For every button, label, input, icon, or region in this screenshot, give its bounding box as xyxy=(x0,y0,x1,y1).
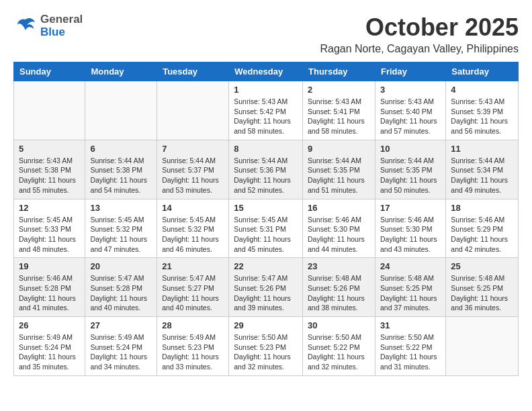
day-info: Sunrise: 5:50 AM Sunset: 5:22 PM Dayligh… xyxy=(380,332,441,372)
day-number: 28 xyxy=(162,320,224,330)
table-row xyxy=(446,317,519,376)
table-row: 27Sunrise: 5:49 AM Sunset: 5:24 PM Dayli… xyxy=(85,317,157,376)
day-info: Sunrise: 5:45 AM Sunset: 5:33 PM Dayligh… xyxy=(19,215,80,255)
day-number: 2 xyxy=(308,85,370,95)
col-monday: Monday xyxy=(85,62,157,81)
day-number: 15 xyxy=(234,203,298,213)
day-info: Sunrise: 5:45 AM Sunset: 5:32 PM Dayligh… xyxy=(162,215,224,255)
table-row: 9Sunrise: 5:44 AM Sunset: 5:35 PM Daylig… xyxy=(303,140,375,199)
col-sunday: Sunday xyxy=(14,62,85,81)
table-row: 1Sunrise: 5:43 AM Sunset: 5:42 PM Daylig… xyxy=(229,81,303,140)
table-row: 12Sunrise: 5:45 AM Sunset: 5:33 PM Dayli… xyxy=(14,199,85,258)
table-row: 5Sunrise: 5:43 AM Sunset: 5:38 PM Daylig… xyxy=(14,140,85,199)
table-row: 4Sunrise: 5:43 AM Sunset: 5:39 PM Daylig… xyxy=(446,81,519,140)
calendar-week-row: 26Sunrise: 5:49 AM Sunset: 5:24 PM Dayli… xyxy=(14,317,519,376)
col-wednesday: Wednesday xyxy=(229,62,303,81)
table-row: 3Sunrise: 5:43 AM Sunset: 5:40 PM Daylig… xyxy=(375,81,445,140)
day-number: 6 xyxy=(90,144,152,154)
calendar-table: Sunday Monday Tuesday Wednesday Thursday… xyxy=(13,62,519,376)
table-row: 15Sunrise: 5:45 AM Sunset: 5:31 PM Dayli… xyxy=(229,199,303,258)
page-header: General Blue October 2025 Ragan Norte, C… xyxy=(13,13,519,55)
logo-blue-text: Blue xyxy=(40,26,83,39)
day-info: Sunrise: 5:44 AM Sunset: 5:36 PM Dayligh… xyxy=(234,156,298,195)
day-info: Sunrise: 5:43 AM Sunset: 5:40 PM Dayligh… xyxy=(380,97,441,136)
day-info: Sunrise: 5:46 AM Sunset: 5:30 PM Dayligh… xyxy=(380,215,441,255)
day-number: 31 xyxy=(380,320,441,330)
location-title: Ragan Norte, Cagayan Valley, Philippines xyxy=(320,43,519,55)
table-row xyxy=(14,81,85,140)
day-info: Sunrise: 5:47 AM Sunset: 5:28 PM Dayligh… xyxy=(90,273,152,313)
table-row: 2Sunrise: 5:43 AM Sunset: 5:41 PM Daylig… xyxy=(303,81,375,140)
day-number: 20 xyxy=(90,261,152,271)
col-saturday: Saturday xyxy=(446,62,519,81)
table-row: 21Sunrise: 5:47 AM Sunset: 5:27 PM Dayli… xyxy=(157,258,229,317)
day-info: Sunrise: 5:47 AM Sunset: 5:26 PM Dayligh… xyxy=(234,273,298,313)
day-info: Sunrise: 5:46 AM Sunset: 5:28 PM Dayligh… xyxy=(19,273,80,313)
table-row: 31Sunrise: 5:50 AM Sunset: 5:22 PM Dayli… xyxy=(375,317,445,376)
day-number: 7 xyxy=(162,144,224,154)
table-row: 28Sunrise: 5:49 AM Sunset: 5:23 PM Dayli… xyxy=(157,317,229,376)
day-info: Sunrise: 5:44 AM Sunset: 5:37 PM Dayligh… xyxy=(162,156,224,195)
table-row: 7Sunrise: 5:44 AM Sunset: 5:37 PM Daylig… xyxy=(157,140,229,199)
day-number: 3 xyxy=(380,85,441,95)
day-number: 26 xyxy=(19,320,80,330)
day-number: 21 xyxy=(162,261,224,271)
day-info: Sunrise: 5:45 AM Sunset: 5:32 PM Dayligh… xyxy=(90,215,152,255)
day-info: Sunrise: 5:46 AM Sunset: 5:30 PM Dayligh… xyxy=(308,215,370,255)
day-info: Sunrise: 5:50 AM Sunset: 5:23 PM Dayligh… xyxy=(234,332,298,372)
col-tuesday: Tuesday xyxy=(157,62,229,81)
logo-icon xyxy=(13,14,38,38)
col-thursday: Thursday xyxy=(303,62,375,81)
table-row: 14Sunrise: 5:45 AM Sunset: 5:32 PM Dayli… xyxy=(157,199,229,258)
table-row: 25Sunrise: 5:48 AM Sunset: 5:25 PM Dayli… xyxy=(446,258,519,317)
day-info: Sunrise: 5:49 AM Sunset: 5:23 PM Dayligh… xyxy=(162,332,224,372)
day-number: 10 xyxy=(380,144,441,154)
day-number: 16 xyxy=(308,203,370,213)
day-number: 19 xyxy=(19,261,80,271)
calendar-week-row: 5Sunrise: 5:43 AM Sunset: 5:38 PM Daylig… xyxy=(14,140,519,199)
day-number: 9 xyxy=(308,144,370,154)
day-info: Sunrise: 5:47 AM Sunset: 5:27 PM Dayligh… xyxy=(162,273,224,313)
table-row: 16Sunrise: 5:46 AM Sunset: 5:30 PM Dayli… xyxy=(303,199,375,258)
table-row: 22Sunrise: 5:47 AM Sunset: 5:26 PM Dayli… xyxy=(229,258,303,317)
day-info: Sunrise: 5:43 AM Sunset: 5:38 PM Dayligh… xyxy=(19,156,80,195)
table-row: 19Sunrise: 5:46 AM Sunset: 5:28 PM Dayli… xyxy=(14,258,85,317)
day-number: 23 xyxy=(308,261,370,271)
calendar-week-row: 12Sunrise: 5:45 AM Sunset: 5:33 PM Dayli… xyxy=(14,199,519,258)
day-info: Sunrise: 5:49 AM Sunset: 5:24 PM Dayligh… xyxy=(90,332,152,372)
day-number: 11 xyxy=(451,144,513,154)
day-number: 4 xyxy=(451,85,513,95)
day-info: Sunrise: 5:43 AM Sunset: 5:39 PM Dayligh… xyxy=(451,97,513,136)
table-row: 18Sunrise: 5:46 AM Sunset: 5:29 PM Dayli… xyxy=(446,199,519,258)
day-info: Sunrise: 5:44 AM Sunset: 5:38 PM Dayligh… xyxy=(90,156,152,195)
day-info: Sunrise: 5:48 AM Sunset: 5:26 PM Dayligh… xyxy=(308,273,370,313)
month-title: October 2025 xyxy=(320,13,519,42)
table-row: 10Sunrise: 5:44 AM Sunset: 5:35 PM Dayli… xyxy=(375,140,445,199)
day-number: 17 xyxy=(380,203,441,213)
title-section: October 2025 Ragan Norte, Cagayan Valley… xyxy=(320,13,519,55)
day-info: Sunrise: 5:43 AM Sunset: 5:41 PM Dayligh… xyxy=(308,97,370,136)
day-number: 5 xyxy=(19,144,80,154)
table-row: 30Sunrise: 5:50 AM Sunset: 5:22 PM Dayli… xyxy=(303,317,375,376)
table-row: 13Sunrise: 5:45 AM Sunset: 5:32 PM Dayli… xyxy=(85,199,157,258)
day-number: 24 xyxy=(380,261,441,271)
day-number: 29 xyxy=(234,320,298,330)
day-number: 14 xyxy=(162,203,224,213)
table-row: 17Sunrise: 5:46 AM Sunset: 5:30 PM Dayli… xyxy=(375,199,445,258)
logo: General Blue xyxy=(13,13,83,38)
table-row xyxy=(85,81,157,140)
table-row: 24Sunrise: 5:48 AM Sunset: 5:25 PM Dayli… xyxy=(375,258,445,317)
day-info: Sunrise: 5:44 AM Sunset: 5:35 PM Dayligh… xyxy=(380,156,441,195)
calendar-header-row: Sunday Monday Tuesday Wednesday Thursday… xyxy=(14,62,519,81)
table-row: 26Sunrise: 5:49 AM Sunset: 5:24 PM Dayli… xyxy=(14,317,85,376)
day-number: 25 xyxy=(451,261,513,271)
logo-general-text: General xyxy=(40,13,83,26)
day-info: Sunrise: 5:49 AM Sunset: 5:24 PM Dayligh… xyxy=(19,332,80,372)
col-friday: Friday xyxy=(375,62,445,81)
day-number: 13 xyxy=(90,203,152,213)
table-row xyxy=(157,81,229,140)
day-info: Sunrise: 5:46 AM Sunset: 5:29 PM Dayligh… xyxy=(451,215,513,255)
day-number: 8 xyxy=(234,144,298,154)
day-info: Sunrise: 5:43 AM Sunset: 5:42 PM Dayligh… xyxy=(234,97,298,136)
day-number: 18 xyxy=(451,203,513,213)
